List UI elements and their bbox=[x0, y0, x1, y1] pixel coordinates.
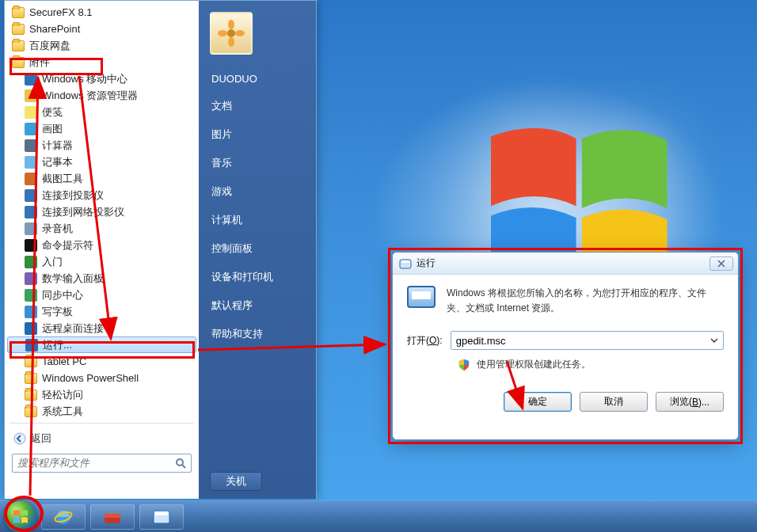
taskbar bbox=[0, 500, 757, 532]
start-menu-item-label: 记事本 bbox=[42, 155, 73, 169]
start-menu-item[interactable]: Windows 资源管理器 bbox=[7, 87, 196, 104]
start-menu-item[interactable]: 入门 bbox=[7, 253, 196, 270]
start-menu: SecureFX 8.1SharePoint百度网盘附件Windows 移动中心… bbox=[4, 0, 317, 499]
svg-point-6 bbox=[218, 30, 227, 36]
start-menu-right-pane: DUODUO文档图片音乐游戏计算机控制面板设备和打印机默认程序帮助和支持 关机 bbox=[199, 1, 316, 499]
start-menu-item-label: Tablet PC bbox=[42, 355, 86, 367]
svg-point-4 bbox=[228, 20, 234, 29]
start-menu-item[interactable]: 连接到网络投影仪 bbox=[7, 203, 196, 220]
start-menu-item[interactable]: 附件 bbox=[7, 54, 196, 70]
start-menu-right-item[interactable]: 图片 bbox=[199, 120, 316, 149]
start-menu-right-item[interactable]: 帮助和支持 bbox=[199, 320, 316, 348]
folder-icon bbox=[12, 7, 25, 18]
app-icon bbox=[25, 339, 38, 352]
start-menu-item[interactable]: Windows PowerShell bbox=[7, 370, 196, 386]
app-icon bbox=[25, 139, 37, 152]
run-dialog-titlebar[interactable]: 运行 bbox=[393, 253, 738, 275]
right-item-label: 计算机 bbox=[211, 214, 242, 226]
start-menu-item-label: 录音机 bbox=[42, 222, 73, 236]
cancel-button[interactable]: 取消 bbox=[580, 392, 648, 412]
close-button[interactable] bbox=[709, 256, 733, 271]
start-menu-item[interactable]: 系统工具 bbox=[7, 403, 196, 420]
start-menu-item[interactable]: 运行... bbox=[7, 336, 196, 353]
right-item-label: DUODUO bbox=[211, 73, 257, 85]
start-menu-item[interactable]: 命令提示符 bbox=[7, 237, 196, 253]
open-value: gpedit.msc bbox=[456, 335, 506, 347]
windows-flag-icon bbox=[12, 508, 29, 526]
start-menu-item-label: 写字板 bbox=[42, 305, 73, 319]
back-arrow-icon bbox=[13, 432, 26, 445]
app-icon bbox=[25, 89, 37, 102]
start-menu-item[interactable]: 轻松访问 bbox=[7, 386, 196, 403]
start-menu-item-label: 便笺 bbox=[42, 105, 63, 120]
right-item-label: 默认程序 bbox=[211, 299, 253, 311]
start-menu-item-label: SharePoint bbox=[29, 23, 80, 35]
open-combobox[interactable]: gpedit.msc bbox=[451, 331, 724, 350]
start-menu-item[interactable]: 写字板 bbox=[7, 303, 196, 320]
shutdown-button[interactable]: 关机 bbox=[210, 472, 262, 491]
right-item-label: 图片 bbox=[211, 128, 232, 140]
start-menu-item[interactable]: 截图工具 bbox=[7, 170, 196, 187]
start-menu-right-item[interactable]: 控制面板 bbox=[199, 234, 316, 263]
start-menu-item[interactable]: 远程桌面连接 bbox=[7, 320, 196, 336]
open-label: 打开(O): bbox=[407, 334, 443, 348]
start-menu-item-label: 附件 bbox=[29, 55, 50, 70]
folder-icon bbox=[12, 24, 25, 35]
start-menu-item[interactable]: 画图 bbox=[7, 120, 196, 137]
taskbar-ie-button[interactable] bbox=[41, 504, 86, 530]
taskbar-toolbox-button[interactable] bbox=[90, 504, 135, 530]
folder-icon bbox=[25, 373, 37, 384]
run-dialog-title: 运行 bbox=[417, 256, 436, 270]
start-menu-item-label: 轻松访问 bbox=[42, 388, 83, 402]
back-button[interactable]: 返回 bbox=[7, 427, 196, 450]
start-menu-right-item[interactable]: 音乐 bbox=[199, 149, 316, 177]
start-menu-right-item[interactable]: DUODUO bbox=[199, 66, 316, 92]
start-menu-item-label: 命令提示符 bbox=[42, 238, 93, 253]
app-icon bbox=[25, 106, 37, 119]
app-icon bbox=[25, 206, 37, 218]
start-menu-item[interactable]: 数学输入面板 bbox=[7, 270, 196, 287]
start-menu-item[interactable]: Tablet PC bbox=[7, 353, 196, 370]
svg-point-7 bbox=[235, 30, 245, 36]
start-menu-item[interactable]: Windows 移动中心 bbox=[7, 70, 196, 87]
start-menu-item-label: Windows 移动中心 bbox=[42, 72, 127, 86]
right-item-label: 控制面板 bbox=[211, 242, 253, 254]
browse-button[interactable]: 浏览(B)... bbox=[656, 392, 724, 412]
app-icon bbox=[25, 123, 37, 135]
user-picture[interactable] bbox=[210, 12, 253, 55]
start-menu-item[interactable]: 便笺 bbox=[7, 104, 196, 120]
start-menu-item[interactable]: 同步中心 bbox=[7, 287, 196, 303]
start-menu-item-label: 百度网盘 bbox=[29, 39, 70, 53]
app-icon bbox=[25, 289, 37, 302]
search-input[interactable]: 搜索程序和文件 bbox=[12, 454, 192, 473]
start-button[interactable] bbox=[5, 501, 36, 533]
start-menu-right-item[interactable]: 默认程序 bbox=[199, 291, 316, 320]
folder-icon bbox=[25, 406, 37, 417]
start-menu-right-item[interactable]: 文档 bbox=[199, 92, 316, 120]
taskbar-explorer-button[interactable] bbox=[139, 504, 184, 530]
start-menu-item[interactable]: 记事本 bbox=[7, 154, 196, 170]
shutdown-label: 关机 bbox=[226, 474, 246, 488]
start-menu-item[interactable]: 录音机 bbox=[7, 220, 196, 237]
toolbox-icon bbox=[103, 509, 122, 525]
start-menu-right-item[interactable]: 计算机 bbox=[199, 206, 316, 234]
start-menu-item-label: 数学输入面板 bbox=[42, 272, 104, 286]
start-menu-right-item[interactable]: 游戏 bbox=[199, 177, 316, 206]
folder-icon bbox=[12, 40, 25, 51]
app-icon bbox=[25, 306, 37, 318]
start-menu-item-label: SecureFX 8.1 bbox=[29, 6, 93, 18]
start-menu-item[interactable]: SecureFX 8.1 bbox=[7, 4, 196, 21]
start-menu-right-item[interactable]: 设备和打印机 bbox=[199, 263, 316, 291]
start-menu-item[interactable]: 百度网盘 bbox=[7, 37, 196, 54]
search-icon bbox=[175, 458, 186, 469]
ok-button[interactable]: 确定 bbox=[504, 392, 572, 412]
start-menu-item[interactable]: 计算器 bbox=[7, 137, 196, 154]
start-menu-item[interactable]: SharePoint bbox=[7, 21, 196, 37]
right-item-label: 游戏 bbox=[211, 185, 232, 197]
search-placeholder: 搜索程序和文件 bbox=[17, 456, 89, 470]
start-menu-item[interactable]: 连接到投影仪 bbox=[7, 187, 196, 203]
start-menu-item-label: 连接到网络投影仪 bbox=[42, 205, 124, 219]
app-icon bbox=[25, 173, 37, 185]
start-menu-item-label: Windows 资源管理器 bbox=[42, 89, 138, 103]
close-icon bbox=[717, 260, 725, 268]
